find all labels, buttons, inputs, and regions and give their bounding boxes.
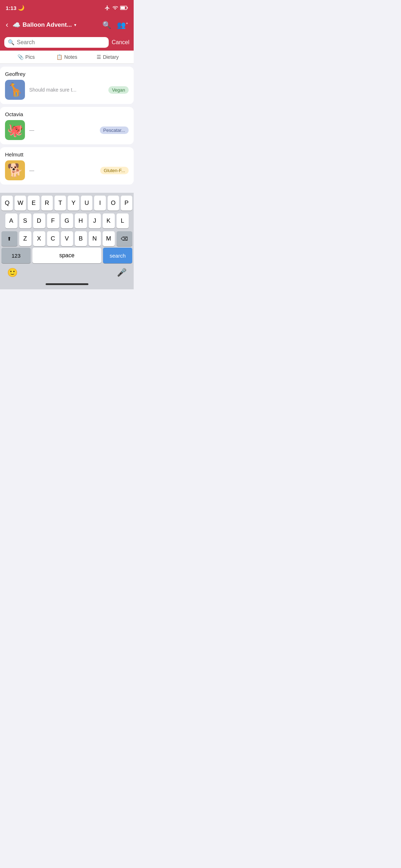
badge-geoffrey: Vegan: [108, 86, 129, 94]
key-p[interactable]: P: [121, 196, 132, 211]
key-l[interactable]: L: [117, 213, 129, 228]
key-k[interactable]: K: [103, 213, 115, 228]
keyboard-row-1: Q W E R T Y U I O P: [1, 196, 132, 211]
key-b[interactable]: B: [75, 231, 87, 246]
key-z[interactable]: Z: [19, 231, 31, 246]
key-t[interactable]: T: [55, 196, 66, 211]
contact-card-geoffrey: Geoffrey 🦒 Should make sure t... Vegan: [0, 67, 134, 104]
home-bar: [46, 283, 88, 285]
keyboard-row-2: A S D F G H J K L: [1, 213, 132, 228]
back-button[interactable]: ‹: [4, 19, 10, 31]
content-area: Geoffrey 🦒 Should make sure t... Vegan O…: [0, 64, 134, 190]
contact-row-octavia: 🐙 — Pescatar...: [5, 120, 129, 140]
home-indicator: [0, 280, 134, 289]
dropdown-icon[interactable]: ▾: [74, 22, 76, 27]
keyboard-row-3: ⬆ Z X C V B N M ⌫: [1, 231, 132, 246]
status-bar: 1:13 🌙: [0, 0, 134, 16]
avatar-helmutt: 🐕: [5, 160, 25, 180]
notes-icon: 📋: [56, 54, 62, 60]
nav-title: Balloon Advent...: [22, 21, 72, 29]
tab-notes-label: Notes: [64, 54, 77, 60]
nav-title-group: ☁️ Balloon Advent... ▾: [12, 21, 98, 29]
key-a[interactable]: A: [5, 213, 17, 228]
avatar-geoffrey: 🦒: [5, 80, 25, 100]
key-u[interactable]: U: [81, 196, 92, 211]
keyboard-bottom-row: 123 space search: [0, 248, 134, 265]
avatar-emoji-octavia: 🐙: [7, 123, 23, 138]
key-x[interactable]: X: [33, 231, 45, 246]
search-input[interactable]: [17, 39, 105, 46]
key-h[interactable]: H: [75, 213, 87, 228]
tabs-bar: 📎 Pics 📋 Notes ☰ Dietary: [0, 51, 134, 64]
key-c[interactable]: C: [47, 231, 59, 246]
contact-card-octavia: Octavia 🐙 — Pescatar...: [0, 107, 134, 144]
key-w[interactable]: W: [15, 196, 26, 211]
contact-row-helmutt: 🐕 — Gluten-F...: [5, 160, 129, 180]
keyboard: Q W E R T Y U I O P A S D F G H J K L ⬆ …: [0, 193, 134, 289]
tab-dietary[interactable]: ☰ Dietary: [87, 51, 128, 63]
search-input-icon: 🔍: [8, 39, 15, 46]
key-d[interactable]: D: [33, 213, 45, 228]
pics-icon: 📎: [17, 54, 24, 60]
tab-pics[interactable]: 📎 Pics: [6, 51, 46, 63]
svg-rect-1: [121, 7, 125, 9]
key-m[interactable]: M: [103, 231, 115, 246]
battery-icon: [120, 6, 128, 10]
key-q[interactable]: Q: [1, 196, 13, 211]
delete-key[interactable]: ⌫: [117, 231, 133, 246]
keyboard-accessories: 🙂 🎤: [0, 265, 134, 280]
contact-note-octavia: —: [29, 127, 96, 133]
emoji-icon[interactable]: 🙂: [7, 268, 18, 278]
key-e[interactable]: E: [28, 196, 39, 211]
key-j[interactable]: J: [89, 213, 101, 228]
contact-row-geoffrey: 🦒 Should make sure t... Vegan: [5, 80, 129, 100]
key-n[interactable]: N: [89, 231, 101, 246]
tab-pics-label: Pics: [25, 54, 35, 60]
status-icons: [104, 5, 128, 11]
dietary-icon: ☰: [97, 54, 101, 60]
contact-note-helmutt: —: [29, 167, 96, 173]
airplane-icon: [104, 5, 110, 11]
key-f[interactable]: F: [47, 213, 59, 228]
key-y[interactable]: Y: [68, 196, 79, 211]
key-v[interactable]: V: [61, 231, 73, 246]
cancel-button[interactable]: Cancel: [112, 39, 129, 46]
moon-icon: 🌙: [18, 5, 25, 11]
contact-name-octavia: Octavia: [5, 111, 129, 117]
key-o[interactable]: O: [108, 196, 119, 211]
wifi-icon: [112, 5, 118, 11]
key-i[interactable]: I: [94, 196, 106, 211]
key-search[interactable]: search: [103, 248, 132, 263]
badge-octavia: Pescatar...: [100, 126, 129, 134]
status-time: 1:13 🌙: [6, 5, 25, 11]
add-person-icon[interactable]: 👥+: [115, 19, 129, 31]
avatar-octavia: 🐙: [5, 120, 25, 140]
svg-rect-2: [127, 7, 128, 9]
contact-name-helmutt: Helmutt: [5, 151, 129, 157]
key-space[interactable]: space: [32, 248, 101, 263]
avatar-emoji-geoffrey: 🦒: [7, 82, 23, 97]
contact-card-helmutt: Helmutt 🐕 — Gluten-F...: [0, 147, 134, 185]
key-g[interactable]: G: [61, 213, 73, 228]
search-icon[interactable]: 🔍: [101, 19, 113, 31]
contact-note-geoffrey: Should make sure t...: [29, 87, 104, 93]
key-123[interactable]: 123: [1, 248, 31, 263]
key-r[interactable]: R: [41, 196, 53, 211]
cloud-icon: ☁️: [12, 21, 20, 29]
key-s[interactable]: S: [19, 213, 31, 228]
search-input-wrapper: 🔍: [4, 37, 109, 48]
avatar-emoji-helmutt: 🐕: [7, 163, 23, 178]
search-bar-container: 🔍 Cancel: [0, 34, 134, 51]
nav-bar: ‹ ☁️ Balloon Advent... ▾ 🔍 👥+: [0, 16, 134, 34]
contact-name-geoffrey: Geoffrey: [5, 71, 129, 77]
tab-dietary-label: Dietary: [103, 54, 119, 60]
shift-key[interactable]: ⬆: [1, 231, 17, 246]
mic-icon[interactable]: 🎤: [117, 268, 127, 277]
badge-helmutt: Gluten-F...: [100, 167, 129, 174]
tab-notes[interactable]: 📋 Notes: [46, 51, 87, 63]
